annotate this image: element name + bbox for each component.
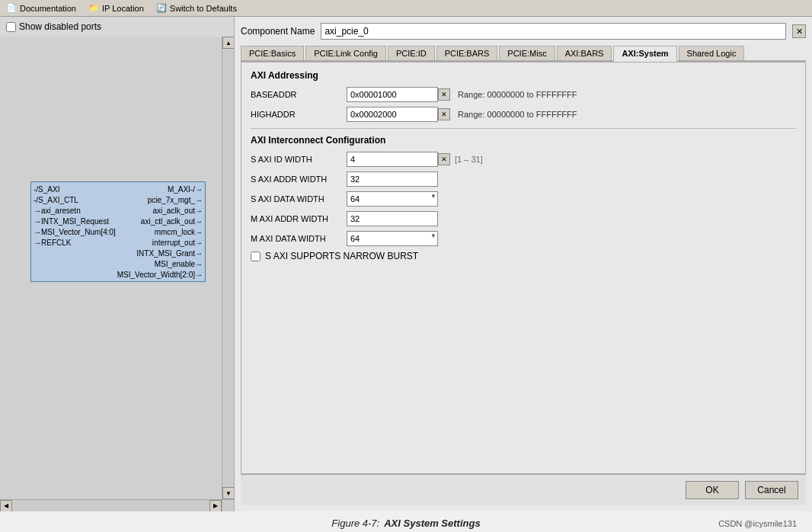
- axi-addressing-header: AXI Addressing: [251, 70, 796, 81]
- m-axi-addr-width-row: M AXI ADDR WIDTH: [251, 211, 796, 226]
- scroll-up-btn[interactable]: ▲: [222, 37, 234, 49]
- port-msi-vector-width: MSI_Vector_Width[2:0]→: [115, 269, 205, 280]
- canvas-area: ▲ ▼ ◀ ▶ -/S_AXI -/S_AXI_CTL: [0, 37, 234, 511]
- port-msi-vector-num: →MSI_Vector_Num[4:0]: [31, 226, 115, 237]
- baseaddr-label: BASEADDR: [251, 90, 342, 99]
- tab-pcie-misc[interactable]: PCIE:Misc: [499, 46, 555, 60]
- s-axi-id-width-constraint: [1 – 31]: [455, 155, 483, 164]
- port-s-axi: -/S_AXI: [31, 184, 115, 194]
- port-msi-enable: MSI_enable→: [115, 258, 205, 269]
- component-name-label: Component Name: [241, 26, 315, 37]
- highaddr-input-wrapper: ✕: [347, 107, 450, 122]
- refresh-icon: 🔄: [156, 3, 167, 13]
- s-axi-data-width-select-wrapper: 64 ▼: [347, 191, 438, 207]
- tab-axi-bars[interactable]: AXI:BARS: [557, 46, 612, 60]
- s-axi-data-width-select[interactable]: 64: [347, 191, 438, 207]
- s-axi-addr-width-input[interactable]: [347, 171, 438, 187]
- caption-title: AXI System Settings: [384, 518, 480, 529]
- switch-defaults-item[interactable]: 🔄 Switch to Defaults: [156, 3, 237, 13]
- m-axi-data-width-select-wrapper: 64 ▼: [347, 231, 438, 246]
- highaddr-range: Range: 00000000 to FFFFFFFF: [458, 110, 577, 119]
- documentation-label: Documentation: [20, 4, 76, 13]
- m-axi-addr-width-label: M AXI ADDR WIDTH: [251, 214, 342, 223]
- tab-pcie-bars[interactable]: PCIE:BARS: [436, 46, 498, 60]
- ok-button[interactable]: OK: [686, 481, 739, 499]
- left-panel: Show disabled ports ▲ ▼ ◀ ▶: [0, 17, 235, 511]
- port-m-axi: M_AXI-/→: [115, 184, 205, 194]
- m-axi-data-width-select[interactable]: 64: [347, 231, 438, 246]
- narrow-burst-row: S AXI SUPPORTS NARROW BURST: [251, 251, 796, 261]
- s-axi-addr-width-row: S AXI ADDR WIDTH: [251, 171, 796, 187]
- tab-content-axi-system: AXI Addressing BASEADDR ✕ Range: 0000000…: [241, 62, 806, 474]
- left-ports: -/S_AXI -/S_AXI_CTL →axi_aresetn →INTX_M…: [31, 182, 115, 281]
- m-axi-addr-width-input[interactable]: [347, 211, 438, 226]
- ip-location-item[interactable]: 📁 IP Location: [88, 3, 144, 13]
- show-disabled-checkbox[interactable]: [6, 22, 16, 32]
- axi-interconnect-header: AXI Interconnect Configuration: [251, 135, 796, 146]
- s-axi-id-width-input[interactable]: [347, 152, 438, 167]
- bottom-bar: OK Cancel: [241, 474, 806, 505]
- baseaddr-row: BASEADDR ✕ Range: 00000000 to FFFFFFFF: [251, 87, 796, 102]
- documentation-item[interactable]: 📄 Documentation: [6, 3, 76, 13]
- caption-source: CSDN @icysmile131: [718, 519, 797, 528]
- port-mmcm-lock: mmcm_lock→: [115, 226, 205, 237]
- tabs-bar: PCIE:Basics PCIE:Link Config PCIE:ID PCI…: [241, 46, 806, 62]
- port-axi-aresetn: →axi_aresetn: [31, 205, 115, 216]
- baseaddr-input[interactable]: [347, 87, 438, 102]
- tab-axi-system[interactable]: AXI:System: [613, 46, 676, 62]
- m-axi-data-width-row: M AXI DATA WIDTH 64 ▼: [251, 231, 796, 246]
- narrow-burst-checkbox[interactable]: [251, 252, 261, 261]
- title-bar: 📄 Documentation 📁 IP Location 🔄 Switch t…: [0, 0, 812, 17]
- component-name-clear-btn[interactable]: ✕: [792, 24, 806, 38]
- scroll-down-btn[interactable]: ▼: [222, 487, 234, 499]
- narrow-burst-label: S AXI SUPPORTS NARROW BURST: [265, 251, 418, 261]
- scrollbar-vertical[interactable]: ▲ ▼: [222, 37, 234, 499]
- port-refclk: →REFCLK: [31, 237, 115, 248]
- right-panel: Component Name ✕ PCIE:Basics PCIE:Link C…: [235, 17, 812, 511]
- scrollbar-horizontal[interactable]: ◀ ▶: [0, 499, 222, 511]
- tab-pcie-link-config[interactable]: PCIE:Link Config: [305, 46, 386, 60]
- s-axi-id-width-label: S AXI ID WIDTH: [251, 155, 342, 164]
- ip-location-label: IP Location: [102, 4, 144, 13]
- port-intx-msi-grant: INTX_MSI_Grant→: [115, 248, 205, 258]
- figure-caption: Figure 4-7: AXI System Settings CSDN @ic…: [0, 511, 812, 532]
- port-axi-aclk-out: axi_aclk_out→: [115, 205, 205, 216]
- cancel-button[interactable]: Cancel: [745, 481, 798, 499]
- component-name-input[interactable]: [321, 23, 786, 40]
- port-pcie-7x-mgt: pcie_7x_mgt_→: [115, 194, 205, 205]
- doc-icon: 📄: [6, 3, 17, 13]
- s-axi-data-width-row: S AXI DATA WIDTH 64 ▼: [251, 191, 796, 207]
- s-axi-id-width-row: S AXI ID WIDTH ✕ [1 – 31]: [251, 152, 796, 167]
- port-axi-ctl-aclk-out: axi_ctl_aclk_out→: [115, 216, 205, 226]
- highaddr-clear-btn[interactable]: ✕: [438, 108, 450, 120]
- port-intx-msi-req: →INTX_MSI_Request: [31, 216, 115, 226]
- s-axi-data-width-label: S AXI DATA WIDTH: [251, 194, 342, 204]
- separator-1: [251, 128, 796, 129]
- highaddr-row: HIGHADDR ✕ Range: 00000000 to FFFFFFFF: [251, 107, 796, 122]
- tab-pcie-id[interactable]: PCIE:ID: [388, 46, 435, 60]
- show-disabled-label: Show disabled ports: [19, 21, 101, 32]
- s-axi-id-width-wrapper: ✕: [347, 152, 450, 167]
- folder-icon: 📁: [88, 3, 99, 13]
- component-name-row: Component Name ✕: [241, 23, 806, 40]
- show-disabled-row: Show disabled ports: [0, 17, 234, 37]
- highaddr-input[interactable]: [347, 107, 438, 122]
- switch-defaults-label: Switch to Defaults: [170, 4, 237, 13]
- right-ports: M_AXI-/→ pcie_7x_mgt_→ axi_aclk_out→ axi…: [115, 182, 205, 281]
- m-axi-data-width-label: M AXI DATA WIDTH: [251, 234, 342, 243]
- scroll-right-btn[interactable]: ▶: [209, 500, 222, 512]
- scroll-left-btn[interactable]: ◀: [0, 500, 12, 512]
- scroll-corner: [222, 499, 234, 511]
- main-content: Show disabled ports ▲ ▼ ◀ ▶: [0, 17, 812, 511]
- port-s-axi-ctl: -/S_AXI_CTL: [31, 194, 115, 205]
- component-block: -/S_AXI -/S_AXI_CTL →axi_aresetn →INTX_M…: [30, 181, 206, 282]
- tab-shared-logic[interactable]: Shared Logic: [679, 46, 745, 60]
- s-axi-id-width-clear-btn[interactable]: ✕: [438, 153, 450, 165]
- baseaddr-input-wrapper: ✕: [347, 87, 450, 102]
- s-axi-addr-width-label: S AXI ADDR WIDTH: [251, 175, 342, 184]
- baseaddr-range: Range: 00000000 to FFFFFFFF: [458, 90, 577, 99]
- caption-prefix: Figure 4-7:: [331, 518, 379, 529]
- tab-pcie-basics[interactable]: PCIE:Basics: [241, 46, 304, 60]
- port-interrupt-out: interrupt_out→: [115, 237, 205, 248]
- baseaddr-clear-btn[interactable]: ✕: [438, 88, 450, 101]
